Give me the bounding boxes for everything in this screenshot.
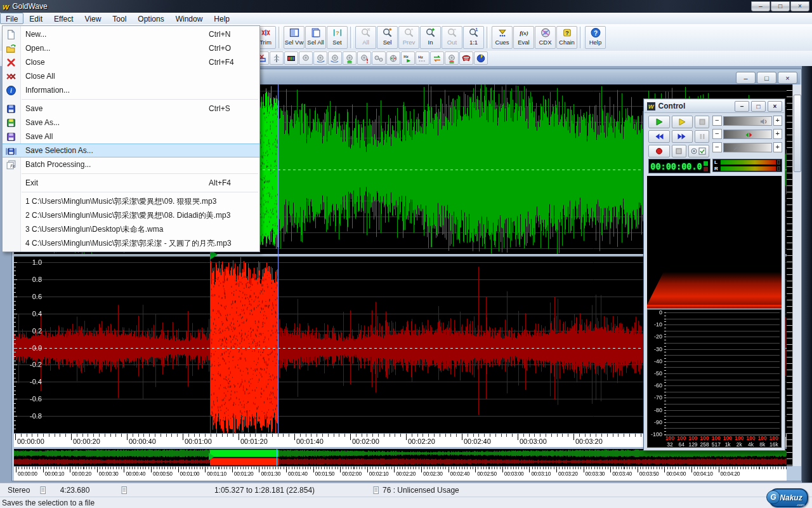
- toolbar-button-eval[interactable]: f(x) Eval: [513, 26, 534, 49]
- rewind-button[interactable]: [648, 130, 670, 143]
- effect-button[interactable]: [299, 51, 313, 65]
- overview-axis-label: 00:02:20: [394, 471, 416, 477]
- toolbar-button-sel-vw[interactable]: Sel Vw: [284, 26, 304, 49]
- effect-button[interactable]: [284, 51, 298, 65]
- effect-button[interactable]: Hz: [401, 51, 415, 65]
- svg-text:?: ?: [565, 30, 569, 36]
- volume-minus-button[interactable]: −: [712, 116, 722, 126]
- sound-window-caption-button-minimize[interactable]: –: [736, 72, 756, 84]
- menu-options[interactable]: Options: [132, 13, 169, 24]
- effect-button[interactable]: [386, 51, 400, 65]
- effect-icon: [374, 53, 384, 64]
- app-caption-button-minimize[interactable]: –: [751, 1, 770, 11]
- app-caption-button-maximize[interactable]: □: [771, 1, 790, 11]
- control-caption-button-maximize[interactable]: □: [751, 101, 766, 112]
- overview-axis-label: 00:01:50: [313, 471, 335, 477]
- toolbar-button-sel[interactable]: Sel: [377, 26, 398, 49]
- monitor-button[interactable]: [688, 145, 710, 157]
- effect-button[interactable]: [430, 51, 444, 65]
- speed-slider[interactable]: [723, 143, 772, 152]
- file-menu-item-exit[interactable]: Exit Alt+F4: [3, 176, 259, 190]
- effect-button[interactable]: [372, 51, 386, 65]
- effect-button[interactable]: [474, 51, 488, 65]
- file-menu-item-close[interactable]: Close Ctrl+F4: [3, 55, 259, 69]
- speed-plus-button[interactable]: +: [773, 142, 783, 152]
- overview-axis-label: 00:02:10: [367, 471, 389, 477]
- recent-file-item[interactable]: 2 C:\Users\Minglun\Music\郭采潔\愛異想\08. Did…: [3, 208, 259, 222]
- menu-edit[interactable]: Edit: [23, 13, 48, 24]
- effect-button[interactable]: [343, 51, 357, 65]
- toolbar-button-out[interactable]: Out: [442, 26, 462, 49]
- toolbar-button-prev[interactable]: Prev: [398, 26, 419, 49]
- fast-forward-button[interactable]: [672, 130, 693, 143]
- vertical-scrollbar[interactable]: [792, 84, 801, 466]
- toolbar-button-in[interactable]: In: [420, 26, 441, 49]
- toolbar-button-all[interactable]: All: [355, 26, 376, 49]
- play-icon: [655, 117, 664, 126]
- play-alt-button[interactable]: [672, 116, 693, 128]
- balance-minus-button[interactable]: −: [712, 129, 722, 139]
- file-menu-item-information[interactable]: i Information...: [3, 83, 259, 97]
- control-caption-button-close[interactable]: ×: [768, 101, 782, 112]
- overview-waveform[interactable]: [14, 449, 787, 466]
- toolbar-button-icon: [382, 27, 393, 38]
- effect-icon: Hz: [403, 53, 413, 64]
- visual-display[interactable]: [647, 176, 782, 305]
- vertical-scrollbar-thumb[interactable]: [794, 95, 801, 172]
- file-menu-item-save-all[interactable]: Save All: [3, 130, 259, 144]
- effect-button[interactable]: [357, 51, 371, 65]
- recent-file-item[interactable]: 3 C:\Users\Minglun\Desktop\未命名.wma: [3, 222, 259, 236]
- control-caption-button-minimize[interactable]: –: [735, 101, 749, 112]
- time-axis-label: 00:01:00: [183, 438, 212, 445]
- pause-button[interactable]: [695, 130, 709, 143]
- effect-button[interactable]: [459, 51, 473, 65]
- volume-plus-button[interactable]: +: [773, 116, 783, 126]
- balance-slider[interactable]: [723, 130, 772, 139]
- overview-axis-label: 00:03:00: [502, 471, 524, 477]
- effect-button[interactable]: [445, 51, 459, 65]
- file-menu-item-save[interactable]: Save Ctrl+S: [3, 102, 259, 116]
- recent-file-item[interactable]: 1 C:\Users\Minglun\Music\郭采潔\愛異想\09. 狠狠哭…: [3, 194, 259, 208]
- selection-end-line[interactable]: [278, 84, 278, 433]
- menu-window[interactable]: Window: [170, 13, 209, 24]
- file-menu-item-close-all[interactable]: Close All: [3, 69, 259, 83]
- overview-axis-label: 00:00:20: [70, 471, 91, 477]
- toolbar-button-label: Sel: [383, 38, 392, 46]
- file-menu-item-open[interactable]: Open... Ctrl+O: [3, 41, 259, 55]
- speed-minus-button[interactable]: −: [712, 142, 722, 152]
- effect-button[interactable]: [270, 51, 284, 65]
- record-button[interactable]: [648, 145, 670, 157]
- toolbar-button-set[interactable]: ? Set: [327, 26, 348, 49]
- stop-button[interactable]: [695, 116, 709, 128]
- toolbar-button-1-1[interactable]: 1 1:1: [463, 26, 484, 49]
- recent-file-item[interactable]: 4 C:\Users\Minglun\Music\郭采潔\郭采潔 - 又圓了的月…: [3, 236, 259, 250]
- menu-file[interactable]: File: [0, 13, 23, 24]
- toolbar-button-cdx[interactable]: CDX: [535, 26, 556, 49]
- file-menu-item-save-selection-as[interactable]: Save Selection As...: [3, 144, 259, 157]
- toolbar-button-cues[interactable]: Cues: [492, 26, 513, 49]
- play-button[interactable]: [648, 116, 670, 128]
- control-window-titlebar[interactable]: w Control –□×: [645, 100, 784, 113]
- menu-help[interactable]: Help: [208, 13, 235, 24]
- effect-button[interactable]: [328, 51, 342, 65]
- menu-tool[interactable]: Tool: [107, 13, 132, 24]
- effect-button[interactable]: Hz: [416, 51, 429, 65]
- frequency-label: 8k: [757, 441, 768, 448]
- volume-slider[interactable]: [723, 116, 772, 126]
- effect-button[interactable]: [313, 51, 327, 65]
- sound-window-caption-button-restore[interactable]: □: [757, 72, 776, 84]
- balance-plus-button[interactable]: +: [773, 129, 783, 139]
- record-stop-button[interactable]: [672, 145, 686, 157]
- toolbar-button-help[interactable]: ? Help: [585, 26, 606, 49]
- sound-window-caption-button-close[interactable]: ×: [778, 72, 797, 84]
- toolbar-button-chain[interactable]: ? Chain: [556, 26, 577, 49]
- menu-effect[interactable]: Effect: [48, 13, 79, 24]
- file-menu-item-save-as[interactable]: Save As...: [3, 116, 259, 130]
- app-caption-button-close[interactable]: ×: [790, 1, 809, 11]
- menu-view[interactable]: View: [79, 13, 107, 24]
- file-menu-item-batch-processing[interactable]: Fx Batch Processing...: [3, 157, 259, 171]
- overview-axis-label: 00:03:50: [638, 471, 659, 477]
- pause-icon: [698, 132, 707, 141]
- file-menu-item-new[interactable]: New... Ctrl+N: [3, 27, 259, 41]
- toolbar-button-sel-all[interactable]: Sel All: [305, 26, 326, 49]
